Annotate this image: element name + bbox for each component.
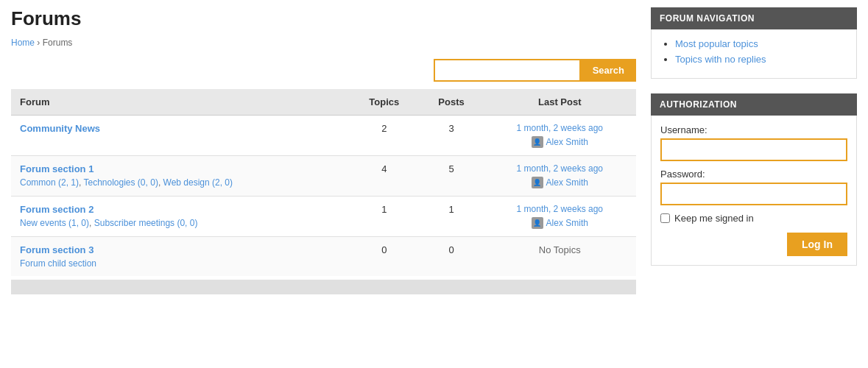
forum-name-cell: Community News — [11, 116, 349, 156]
username-input[interactable] — [660, 138, 847, 161]
last-post-author: 👤Alex Smith — [493, 217, 627, 229]
forum-last-post-cell: 1 month, 2 weeks ago👤Alex Smith — [484, 197, 636, 237]
subsection-link[interactable]: Forum child section — [20, 258, 96, 269]
auth-panel: AUTHORIZATION Username: Password: Keep m… — [651, 93, 857, 266]
password-input[interactable] — [660, 183, 847, 205]
nav-list: Most popular topicsTopics with no replie… — [660, 38, 847, 65]
forum-name-cell: Forum section 3Forum child section — [11, 237, 349, 277]
search-bar: Search — [11, 59, 636, 82]
forum-topics-count: 1 — [349, 197, 419, 237]
last-post-time-link[interactable]: 1 month, 2 weeks ago — [493, 123, 627, 133]
col-header-posts: Posts — [419, 89, 483, 116]
main-content: Forums Home › Forums Search Forum Topics… — [11, 7, 636, 294]
forum-subsections: Forum child section — [20, 258, 340, 269]
table-row: Forum section 3Forum child section00No T… — [11, 237, 636, 277]
auth-form: Username: Password: Keep me signed in Lo… — [660, 124, 847, 256]
col-header-forum: Forum — [11, 89, 349, 116]
sidebar: FORUM NAVIGATION Most popular topicsTopi… — [651, 7, 857, 294]
nav-link[interactable]: Most popular topics — [675, 38, 758, 49]
login-btn-wrapper: Log In — [660, 233, 847, 256]
nav-panel-body: Most popular topicsTopics with no replie… — [651, 29, 857, 79]
forum-name-link[interactable]: Forum section 2 — [20, 204, 340, 215]
table-row: Forum section 1Common (2, 1), Technologi… — [11, 156, 636, 197]
forum-name-link[interactable]: Forum section 3 — [20, 244, 340, 255]
last-post-time-link[interactable]: 1 month, 2 weeks ago — [493, 163, 627, 174]
forum-posts-count: 1 — [419, 197, 483, 237]
breadcrumb-home-link[interactable]: Home — [11, 38, 35, 48]
forum-posts-count: 3 — [419, 116, 483, 156]
last-post-time-link[interactable]: 1 month, 2 weeks ago — [493, 204, 627, 214]
keep-signed-label: Keep me signed in — [674, 213, 754, 224]
forum-table: Forum Topics Posts Last Post Community N… — [11, 89, 636, 276]
keep-signed-row: Keep me signed in — [660, 213, 847, 224]
author-link[interactable]: Alex Smith — [546, 177, 588, 188]
no-topics-label: No Topics — [539, 244, 581, 255]
breadcrumb-separator: › — [37, 38, 42, 48]
forum-last-post-cell: No Topics — [484, 237, 636, 277]
nav-panel-header: FORUM NAVIGATION — [651, 7, 857, 29]
col-header-last-post: Last Post — [484, 89, 636, 116]
forum-name-link[interactable]: Forum section 1 — [20, 163, 340, 174]
forum-name-cell: Forum section 1Common (2, 1), Technologi… — [11, 156, 349, 197]
breadcrumb: Home › Forums — [11, 38, 636, 48]
footer-bar — [11, 280, 636, 294]
search-button[interactable]: Search — [581, 59, 636, 82]
forum-last-post-cell: 1 month, 2 weeks ago👤Alex Smith — [484, 156, 636, 197]
forum-name-link[interactable]: Community News — [20, 123, 340, 134]
forum-topics-count: 4 — [349, 156, 419, 197]
avatar-icon: 👤 — [532, 217, 543, 229]
subsection-link[interactable]: Subscriber meetings (0, 0) — [94, 218, 198, 228]
nav-link[interactable]: Topics with no replies — [675, 54, 766, 65]
table-header: Forum Topics Posts Last Post — [11, 89, 636, 116]
login-button[interactable]: Log In — [787, 233, 847, 256]
last-post-author: 👤Alex Smith — [493, 177, 627, 188]
search-input[interactable] — [434, 59, 581, 82]
nav-panel: FORUM NAVIGATION Most popular topicsTopi… — [651, 7, 857, 79]
forum-subsections: Common (2, 1), Technologies (0, 0), Web … — [20, 177, 340, 188]
subsection-link[interactable]: Common (2, 1) — [20, 177, 79, 188]
subsection-link[interactable]: Web design (2, 0) — [163, 177, 233, 188]
table-row: Forum section 2New events (1, 0), Subscr… — [11, 197, 636, 237]
author-link[interactable]: Alex Smith — [546, 218, 588, 228]
forum-topics-count: 0 — [349, 237, 419, 277]
avatar-icon: 👤 — [532, 136, 543, 148]
avatar-icon: 👤 — [532, 177, 543, 188]
password-label: Password: — [660, 169, 847, 180]
auth-panel-header: AUTHORIZATION — [651, 93, 857, 116]
subsection-link[interactable]: New events (1, 0) — [20, 218, 89, 228]
auth-panel-body: Username: Password: Keep me signed in Lo… — [651, 116, 857, 266]
author-link[interactable]: Alex Smith — [546, 137, 588, 147]
subsection-link[interactable]: Technologies (0, 0) — [83, 177, 158, 188]
col-header-topics: Topics — [349, 89, 419, 116]
forum-last-post-cell: 1 month, 2 weeks ago👤Alex Smith — [484, 116, 636, 156]
forum-topics-count: 2 — [349, 116, 419, 156]
keep-signed-checkbox[interactable] — [660, 213, 670, 223]
table-row: Community News231 month, 2 weeks ago👤Ale… — [11, 116, 636, 156]
breadcrumb-current: Forums — [43, 38, 73, 48]
nav-list-item: Topics with no replies — [675, 54, 847, 65]
username-label: Username: — [660, 124, 847, 135]
forum-subsections: New events (1, 0), Subscriber meetings (… — [20, 218, 340, 228]
page-title: Forums — [11, 7, 636, 30]
forum-posts-count: 5 — [419, 156, 483, 197]
forum-table-body: Community News231 month, 2 weeks ago👤Ale… — [11, 116, 636, 277]
last-post-author: 👤Alex Smith — [493, 136, 627, 148]
forum-posts-count: 0 — [419, 237, 483, 277]
forum-name-cell: Forum section 2New events (1, 0), Subscr… — [11, 197, 349, 237]
nav-list-item: Most popular topics — [675, 38, 847, 49]
